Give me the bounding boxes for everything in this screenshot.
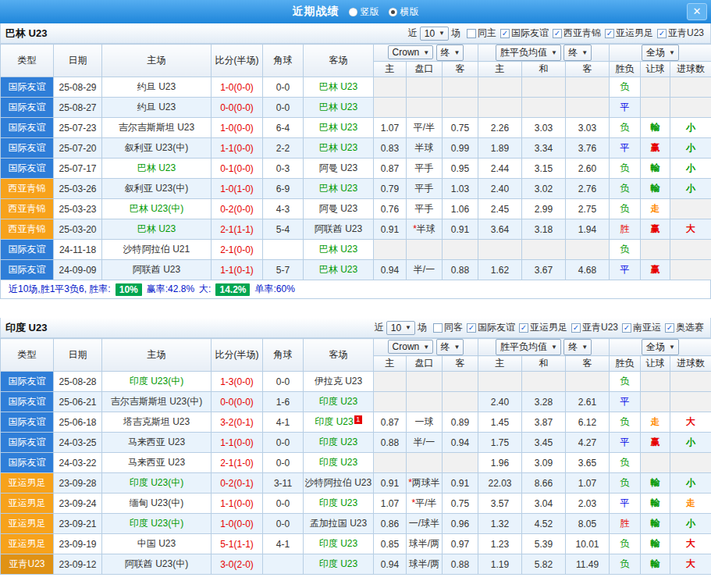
team-name-link[interactable]: 吉尔吉斯斯坦 U23(中) [111,396,202,407]
filter-checkbox[interactable]: ✓国际友谊 [500,27,549,40]
team-name-link[interactable]: 印度 U23(中) [130,518,183,529]
filter-checkbox[interactable]: 同主 [467,27,496,40]
score-cell[interactable]: 1-0(1-0) [212,179,263,199]
league-cell[interactable]: 国际友谊 [1,453,54,473]
home-team-cell[interactable]: 吉尔吉斯斯坦 U23(中) [102,392,212,412]
team-name-link[interactable]: 巴林 U23 [319,244,357,255]
away-team-cell[interactable]: 沙特阿拉伯 U23 [304,473,374,494]
league-cell[interactable]: 国际友谊 [1,260,54,280]
home-team-cell[interactable]: 约旦 U23 [102,77,212,98]
team-name-link[interactable]: 缅甸 U23(中) [130,497,183,508]
team-name-link[interactable]: 巴林 U23 [319,142,357,153]
team-name-link[interactable]: 巴林 U23 [137,223,176,234]
home-team-cell[interactable]: 约旦 U23 [102,98,212,118]
avg-time-select[interactable]: 终▼ [563,339,592,355]
home-team-cell[interactable]: 塔吉克斯坦 U23 [102,412,212,433]
score-cell[interactable]: 2-1(1-0) [212,453,263,473]
team-name-link[interactable]: 中国 U23 [137,538,176,549]
radio-horizontal-layout[interactable]: 横版 [389,5,419,19]
team-name-link[interactable]: 印度 U23(中) [130,477,183,488]
filter-checkbox[interactable]: ✓亚运男足 [605,27,653,40]
home-team-cell[interactable]: 叙利亚 U23(中) [102,179,212,199]
league-cell[interactable]: 国际友谊 [1,240,54,260]
away-team-cell[interactable]: 印度 U23 [304,554,374,575]
filter-checkbox[interactable]: ✓亚运男足 [519,321,567,334]
league-cell[interactable]: 国际友谊 [1,138,54,159]
home-team-cell[interactable]: 印度 U23(中) [102,514,212,534]
filter-checkbox[interactable]: ✓南亚运 [622,321,661,334]
score-cell[interactable]: 1-1(0-0) [212,433,263,453]
score-cell[interactable]: 1-0(0-0) [212,77,263,98]
league-cell[interactable]: 国际友谊 [1,118,54,138]
team-name-link[interactable]: 阿曼 U23 [319,162,357,173]
team-name-link[interactable]: 印度 U23 [319,396,357,407]
team-name-link[interactable]: 沙特阿拉伯 U23 [305,477,371,488]
filter-checkbox[interactable]: ✓亚青U23 [657,27,704,40]
team-name-link[interactable]: 塔吉克斯坦 U23 [123,416,190,427]
home-team-cell[interactable]: 阿联酋 U23(中) [102,554,212,575]
league-cell[interactable]: 国际友谊 [1,159,54,179]
away-team-cell[interactable]: 印度 U23 [304,494,374,514]
home-team-cell[interactable]: 沙特阿拉伯 U21 [102,240,212,260]
score-cell[interactable]: 1-0(0-0) [212,118,263,138]
score-cell[interactable]: 3-0(2-0) [212,554,263,575]
league-cell[interactable]: 国际友谊 [1,372,54,392]
home-team-cell[interactable]: 阿联酋 U23 [102,260,212,280]
away-team-cell[interactable]: 阿联酋 U23 [304,219,374,240]
away-team-cell[interactable]: 巴林 U23 [304,138,374,159]
league-cell[interactable]: 西亚青锦 [1,199,54,219]
team-name-link[interactable]: 吉尔吉斯斯坦 U23 [119,122,194,133]
scope-select[interactable]: 全场▼ [642,339,679,355]
away-team-cell[interactable]: 阿曼 U23 [304,159,374,179]
home-team-cell[interactable]: 巴林 U23 [102,159,212,179]
home-team-cell[interactable]: 吉尔吉斯斯坦 U23 [102,118,212,138]
recent-count-select[interactable]: 10 ▼ [386,321,415,335]
away-team-cell[interactable]: 巴林 U23 [304,98,374,118]
team-name-link[interactable]: 伊拉克 U23 [315,376,362,387]
score-cell[interactable]: 0-0(0-0) [212,392,263,412]
away-team-cell[interactable]: 阿曼 U23 [304,199,374,219]
team-name-link[interactable]: 印度 U23 [319,558,357,569]
team-name-link[interactable]: 阿曼 U23 [319,203,357,214]
score-cell[interactable]: 1-1(0-0) [212,138,263,159]
league-cell[interactable]: 亚运男足 [1,473,54,494]
away-team-cell[interactable]: 孟加拉国 U23 [304,514,374,534]
team-name-link[interactable]: 约旦 U23 [137,102,176,112]
away-team-cell[interactable]: 伊拉克 U23 [304,372,374,392]
team-name-link[interactable]: 巴林 U23 [319,183,357,194]
league-cell[interactable]: 国际友谊 [1,77,54,98]
filter-checkbox[interactable]: ✓奥选赛 [665,321,704,334]
team-name-link[interactable]: 阿联酋 U23(中) [125,558,188,569]
score-cell[interactable]: 1-0(0-0) [212,514,263,534]
league-cell[interactable]: 亚运男足 [1,534,54,554]
score-cell[interactable]: 2-1(0-0) [212,240,263,260]
team-name-link[interactable]: 印度 U23 [319,437,357,447]
team-name-link[interactable]: 马来西亚 U23 [128,457,185,468]
avg-time-select[interactable]: 终▼ [563,45,592,61]
filter-checkbox[interactable]: ✓西亚青锦 [553,27,601,40]
team-name-link[interactable]: 孟加拉国 U23 [310,518,367,529]
team-name-link[interactable]: 沙特阿拉伯 U21 [123,244,190,255]
score-cell[interactable]: 3-2(0-1) [212,412,263,433]
home-team-cell[interactable]: 印度 U23(中) [102,473,212,494]
away-team-cell[interactable]: 印度 U231 [304,412,374,433]
score-cell[interactable]: 2-1(1-1) [212,219,263,240]
filter-checkbox[interactable]: 同客 [433,321,463,334]
recent-count-select[interactable]: 10 ▼ [420,27,449,41]
home-team-cell[interactable]: 巴林 U23(中) [102,199,212,219]
team-name-link[interactable]: 印度 U23 [319,497,357,508]
team-name-link[interactable]: 马来西亚 U23 [128,437,185,447]
league-cell[interactable]: 亚青U23 [1,554,54,575]
league-cell[interactable]: 亚运男足 [1,494,54,514]
score-cell[interactable]: 1-1(0-1) [212,260,263,280]
avg-select[interactable]: 胜平负均值▼ [496,339,561,355]
team-name-link[interactable]: 印度 U23(中) [130,376,183,387]
odds-company-select[interactable]: Crown▼ [388,45,434,59]
away-team-cell[interactable]: 印度 U23 [304,453,374,473]
team-name-link[interactable]: 阿联酋 U23 [133,264,180,275]
away-team-cell[interactable]: 巴林 U23 [304,77,374,98]
score-cell[interactable]: 0-2(0-0) [212,199,263,219]
league-cell[interactable]: 国际友谊 [1,98,54,118]
odds-time-select[interactable]: 终▼ [436,45,464,61]
team-name-link[interactable]: 巴林 U23 [137,162,176,173]
